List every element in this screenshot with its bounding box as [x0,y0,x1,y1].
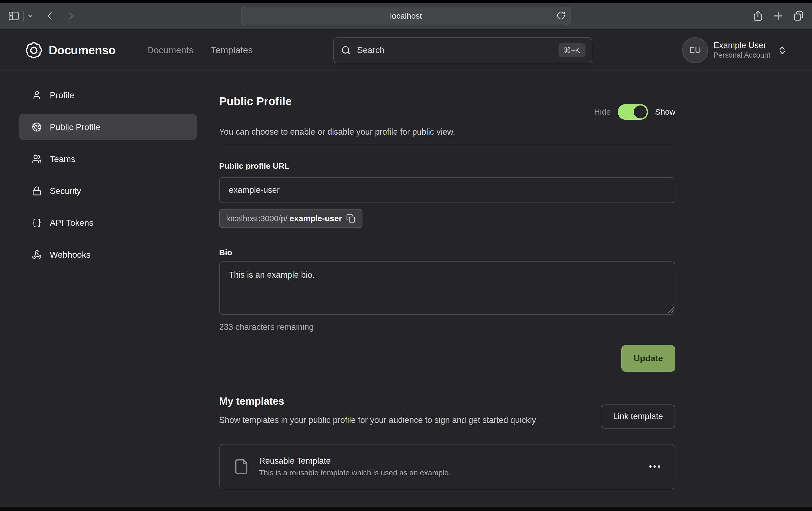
nav-templates[interactable]: Templates [211,45,253,55]
file-icon [233,458,250,475]
my-templates-title: My templates [219,395,536,407]
chevrons-up-down-icon [777,46,787,55]
screen: localhost Documenso [0,0,812,511]
my-templates-heading-block: My templates Show templates in your publ… [219,395,536,427]
template-card: Reusable Template This is a reusable tem… [219,444,675,489]
chevron-right-icon [65,10,76,21]
browser-left-controls [7,10,76,22]
search-input[interactable] [357,45,558,55]
form-actions: Update [219,345,675,372]
share-button[interactable] [752,10,764,22]
sidebar-item-teams[interactable]: Teams [19,146,197,172]
bio-textarea[interactable]: This is an example bio. [219,262,675,315]
bio-field-wrap: This is an example bio. [219,262,675,316]
sidebar-item-label: Public Profile [50,122,100,132]
public-profile-settings: Public Profile Hide Show You can choose … [219,82,675,507]
section-divider [219,145,675,145]
share-icon [752,10,764,22]
public-profile-url-input[interactable] [219,177,675,203]
main-nav: Documents Templates [147,45,253,55]
sidebar-panel-icon [7,10,20,22]
resize-grip[interactable] [668,307,674,313]
template-meta: Reusable Template This is a reusable tem… [259,456,451,477]
update-button[interactable]: Update [621,345,675,372]
profile-visibility-switch[interactable] [618,104,648,120]
braces-icon [32,218,42,228]
nav-documents[interactable]: Documents [147,45,194,55]
user-icon [32,90,42,100]
sidebar-item-label: Teams [50,154,75,164]
sidebar-toggle-button[interactable] [7,10,20,22]
profile-url-prefix: localhost:3000/p/ [226,214,288,223]
chevron-down-icon [27,13,33,19]
app-window: Documenso Documents Templates ⌘+K EU Exa… [0,30,812,507]
lock-icon [32,186,42,196]
app-body: Profile Public Profile Teams Security AP… [0,71,812,507]
sidebar-item-profile[interactable]: Profile [19,82,197,109]
address-bar-url: localhost [390,11,422,21]
window-bottom-strip [0,507,812,511]
users-icon [32,154,42,164]
template-title: Reusable Template [259,456,451,466]
switch-knob [634,106,647,118]
page-title: Public Profile [219,95,292,108]
sidebar-item-label: Security [50,186,81,196]
window-top-strip [0,0,812,3]
settings-sidebar: Profile Public Profile Teams Security AP… [19,82,197,507]
my-templates-header: My templates Show templates in your publ… [219,395,675,428]
address-bar[interactable]: localhost [241,7,571,25]
copy-icon [346,214,355,223]
public-profile-url-label: Public profile URL [219,161,675,171]
chevron-left-icon [45,10,55,21]
plus-icon [773,10,784,22]
user-meta: Example User Personal Account [714,40,770,60]
template-description: This is a reusable template which is use… [259,469,451,477]
characters-remaining: 233 characters remaining [219,322,675,332]
profile-visibility-toggle-group: Hide Show [594,104,675,120]
my-templates-description: Show templates in your public profile fo… [219,413,536,427]
page-description: You can choose to enable or disable your… [219,126,675,138]
brand-name: Documenso [49,43,116,57]
sidebar-item-label: Profile [50,90,75,100]
profile-url-preview-chip[interactable]: localhost:3000/p/ example-user [219,209,362,228]
globe-icon [32,122,42,132]
brand[interactable]: Documenso [25,41,116,59]
toggle-hide-label: Hide [594,107,611,117]
browser-back-button[interactable] [45,10,55,21]
refresh-icon [556,11,566,20]
toolbar-separator [23,11,24,21]
sidebar-dropdown-button[interactable] [27,13,33,19]
sidebar-item-label: API Tokens [50,218,93,228]
ellipsis-icon [649,465,651,468]
search-icon [341,45,351,55]
copy-icon-wrap [346,214,355,223]
new-tab-button[interactable] [773,10,784,22]
sidebar-item-public-profile[interactable]: Public Profile [19,114,197,140]
template-more-button[interactable] [646,462,663,471]
search-shortcut-badge: ⌘+K [558,43,585,57]
sidebar-item-webhooks[interactable]: Webhooks [19,241,197,268]
documenso-logo-icon [25,41,43,59]
webhook-icon [32,250,42,260]
app-header: Documenso Documents Templates ⌘+K EU Exa… [0,30,812,71]
user-name: Example User [714,40,770,51]
toggle-show-label: Show [655,107,675,117]
link-template-button[interactable]: Link template [601,404,675,428]
user-account-type: Personal Account [714,51,770,60]
bio-label: Bio [219,248,675,257]
search-box[interactable]: ⌘+K [333,37,592,63]
sidebar-item-security[interactable]: Security [19,178,197,204]
tabs-overview-icon [792,10,805,22]
sidebar-item-api-tokens[interactable]: API Tokens [19,210,197,236]
avatar: EU [682,37,708,63]
user-menu[interactable]: EU Example User Personal Account [682,37,787,63]
sidebar-item-label: Webhooks [50,250,91,260]
page-header: Public Profile Hide Show [219,95,675,120]
browser-forward-button[interactable] [65,10,76,21]
refresh-button[interactable] [556,11,566,21]
tab-overview-button[interactable] [792,10,805,22]
browser-toolbar: localhost [0,3,812,30]
browser-right-controls [752,10,805,22]
profile-url-slug: example-user [290,214,342,223]
